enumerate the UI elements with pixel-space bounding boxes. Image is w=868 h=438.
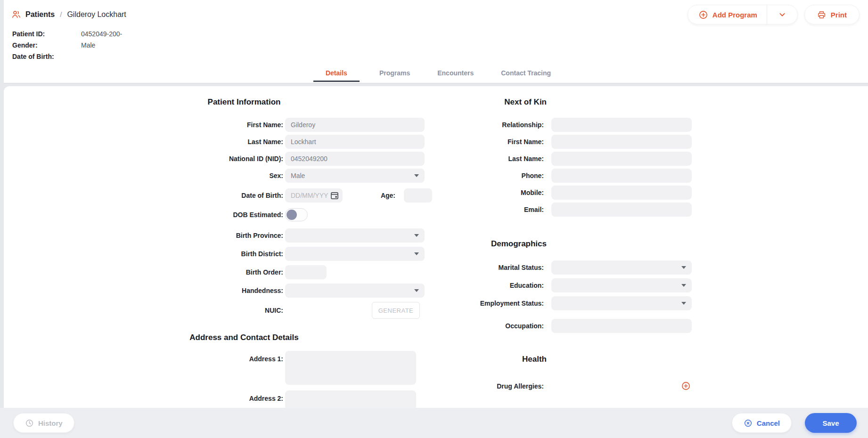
toggle-knob [287,210,297,220]
mobile-input[interactable] [551,186,692,200]
field-row-birth-district: Birth District: [164,247,426,261]
sex-select[interactable]: Male [285,169,425,183]
dob-label: Date of Birth: [12,53,81,60]
relationship-label: Relationship: [428,121,544,129]
plus-circle-icon [698,10,708,20]
close-circle-icon [744,419,753,428]
header-actions: Add Program Print [688,5,860,24]
birth-district-select[interactable] [285,247,425,261]
age-label: Age: [367,192,395,199]
section-title-health: Health [428,355,547,364]
address-1-textarea[interactable] [285,351,416,385]
patients-icon [11,9,21,19]
caret-down-icon [414,174,419,177]
field-row-phone: Phone: [428,169,692,183]
drug-allergies-field [551,381,692,391]
national-id-input[interactable] [285,152,425,166]
breadcrumb-patients-link[interactable]: Patients [25,10,55,19]
marital-status-select[interactable] [551,260,692,275]
field-row-nok-first-name: First Name: [428,135,692,149]
sex-label: Sex: [164,172,283,179]
tab-encounters[interactable]: Encounters [430,66,481,82]
first-name-input[interactable] [285,118,425,132]
print-label: Print [831,11,847,19]
field-row-birth-order: Birth Order: [164,265,426,279]
field-row-relationship: Relationship: [428,118,692,132]
field-row-drug-allergies: Drug Allergies: [428,381,692,391]
form-action-bar: History Cancel Save [0,408,868,438]
summary-row-dob: Date of Birth: [12,53,122,60]
email-input[interactable] [551,203,692,217]
birth-order-input[interactable] [285,265,327,279]
mobile-label: Mobile: [428,189,544,196]
summary-row-gender: Gender: Male [12,41,122,49]
field-row-nuic: NUIC: GENERATE [164,302,426,319]
save-button[interactable]: Save [805,413,857,433]
history-button[interactable]: History [13,413,74,433]
national-id-label: National ID (NID): [164,155,283,162]
drug-allergies-label: Drug Allergies: [428,382,544,390]
relationship-input[interactable] [551,118,692,132]
tab-programs[interactable]: Programs [372,66,418,82]
email-label: Email: [428,206,544,213]
print-button[interactable]: Print [804,5,860,24]
add-program-button[interactable]: Add Program [688,5,767,24]
caret-down-icon [681,266,686,269]
section-title-address: Address and Contact Details [164,333,324,342]
nok-last-name-input[interactable] [551,152,692,166]
field-row-email: Email: [428,203,692,217]
patient-tabs: Details Programs Encounters Contact Trac… [4,66,868,82]
clock-icon [25,419,34,428]
calendar-icon[interactable] [330,191,339,200]
date-of-birth-label: Date of Birth: [164,192,283,199]
marital-status-label: Marital Status: [428,264,544,271]
field-row-marital-status: Marital Status: [428,260,692,275]
section-title-demographics: Demographics [428,239,547,249]
occupation-input[interactable] [551,319,692,333]
address-2-label: Address 2: [164,390,283,402]
address-1-label: Address 1: [164,351,283,363]
address-2-textarea[interactable] [285,390,416,408]
occupation-label: Occupation: [428,322,544,330]
generate-nuic-button[interactable]: GENERATE [372,302,420,319]
education-label: Education: [428,282,544,289]
phone-input[interactable] [551,169,692,183]
add-program-split-button: Add Program [688,5,798,24]
nok-first-name-input[interactable] [551,135,692,149]
printer-icon [817,10,826,19]
nok-last-name-label: Last Name: [428,155,544,162]
education-select[interactable] [551,278,692,292]
handedness-label: Handedness: [164,287,283,294]
employment-status-select[interactable] [551,296,692,310]
field-row-birth-province: Birth Province: [164,228,426,243]
field-row-dob-estimated: DOB Estimated: [164,208,426,221]
field-row-education: Education: [428,278,692,292]
breadcrumb: Patients / Gilderoy Lockhart [11,9,126,19]
handedness-select[interactable] [285,284,425,298]
first-name-label: First Name: [164,121,283,129]
field-row-address-2: Address 2: [164,390,426,408]
section-title-patient-information: Patient Information [164,97,324,107]
field-row-employment-status: Employment Status: [428,296,692,310]
field-row-date-of-birth: Date of Birth: Age: [164,188,426,203]
save-label: Save [822,419,839,427]
history-label: History [38,419,63,427]
cancel-button[interactable]: Cancel [732,413,792,433]
field-row-handedness: Handedness: [164,284,426,298]
nok-first-name-label: First Name: [428,138,544,146]
tab-details[interactable]: Details [313,66,360,82]
patient-details-form: Patient Information First Name: Last Nam… [4,86,868,408]
field-row-last-name: Last Name: [164,135,426,149]
caret-down-icon [414,234,419,237]
tab-contact-tracing[interactable]: Contact Tracing [493,66,558,82]
caret-down-icon [414,289,419,292]
date-of-birth-field [285,188,343,203]
birth-province-select[interactable] [285,228,425,243]
dob-estimated-toggle[interactable] [285,208,308,221]
gender-label: Gender: [12,41,81,49]
last-name-input[interactable] [285,135,425,149]
add-program-dropdown-toggle[interactable] [767,5,797,24]
birth-province-label: Birth Province: [164,232,283,239]
add-drug-allergy-button[interactable] [681,381,691,391]
breadcrumb-current-patient: Gilderoy Lockhart [67,10,126,19]
